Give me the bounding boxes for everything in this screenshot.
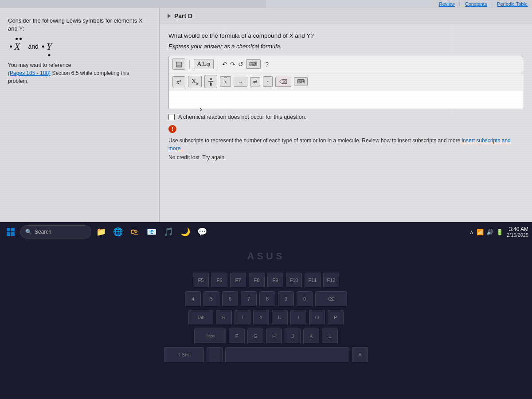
- key-shift[interactable]: ⇧ Shift: [164, 347, 204, 363]
- key-f7[interactable]: F7: [230, 273, 246, 289]
- answer-prompt: Express your answer as a chemical formul…: [168, 43, 523, 50]
- right-panel: Part D What would be the formula of a co…: [160, 8, 532, 242]
- question-text: What would be the formula of a compound …: [168, 31, 523, 40]
- taskbar-files-icon[interactable]: 📁: [94, 225, 108, 239]
- moon-icon: 🌙: [180, 227, 190, 237]
- browser-content: Consider the following Lewis symbols for…: [0, 8, 532, 242]
- wifi-icon[interactable]: 📶: [477, 229, 484, 235]
- no-reaction-checkbox[interactable]: [168, 114, 175, 120]
- math-keyboard-btn[interactable]: ⌨: [294, 77, 308, 86]
- key-tab[interactable]: Tab: [188, 310, 213, 326]
- key-f[interactable]: F: [229, 329, 245, 344]
- windows-logo: [7, 228, 15, 236]
- dot-btn[interactable]: ·: [263, 76, 273, 87]
- key-9[interactable]: 9: [278, 291, 294, 307]
- lewis-y-label: Y: [47, 41, 52, 52]
- math-keyboard-icon: ⌨: [297, 78, 305, 85]
- key-f9[interactable]: F9: [267, 273, 283, 289]
- toolbar-sep1: [189, 60, 190, 69]
- key-5[interactable]: 5: [203, 291, 219, 307]
- clock[interactable]: 3:40 AM 2/16/2025: [507, 226, 528, 238]
- key-i[interactable]: I: [290, 310, 306, 326]
- key-6[interactable]: 6: [222, 291, 238, 307]
- format-icon-btn[interactable]: ▤: [172, 59, 185, 70]
- help-icon[interactable]: ?: [265, 61, 269, 68]
- chevron-up-icon[interactable]: ∧: [469, 229, 474, 235]
- taskbar-right: ∧ 📶 🔊 🔋 3:40 AM 2/16/2025: [469, 226, 528, 238]
- key-a[interactable]: A: [352, 347, 368, 363]
- equilibrium-btn[interactable]: ⇌: [250, 77, 260, 86]
- review-link[interactable]: Review: [439, 1, 455, 7]
- reference-text: You may want to reference (Pages 185 - 1…: [8, 61, 151, 85]
- chevron-icon[interactable]: ›: [200, 105, 202, 114]
- search-label: Search: [35, 229, 51, 235]
- key-k[interactable]: K: [303, 329, 319, 344]
- key-f12[interactable]: F12: [323, 273, 339, 289]
- key-f10[interactable]: F10: [286, 273, 302, 289]
- battery-icon[interactable]: 🔋: [496, 229, 503, 235]
- system-tray: ∧ 📶 🔊 🔋: [469, 229, 503, 235]
- key-y[interactable]: Y: [253, 310, 269, 326]
- key-r[interactable]: R: [216, 310, 232, 326]
- key-capslock[interactable]: Caps: [194, 329, 226, 344]
- sigma-btn[interactable]: AΣφ: [194, 59, 214, 69]
- clock-date: 2/16/2025: [507, 232, 528, 238]
- key-backspace[interactable]: ⌫: [315, 291, 347, 307]
- xbar-btn[interactable]: x: [220, 76, 231, 87]
- redo-icon[interactable]: ↷: [230, 61, 235, 68]
- key-f8[interactable]: F8: [249, 273, 265, 289]
- key-f11[interactable]: F11: [305, 273, 321, 289]
- key-row-bottom: ⇧ Shift · A: [13, 347, 519, 363]
- key-t[interactable]: T: [235, 310, 250, 326]
- refresh-icon[interactable]: ↺: [238, 61, 243, 68]
- key-space[interactable]: [225, 347, 349, 363]
- top-bar: Review | Constants | Periodic Table: [266, 0, 532, 8]
- left-panel-title: Consider the following Lewis symbols for…: [8, 17, 151, 33]
- key-l[interactable]: L: [322, 329, 338, 344]
- key-f6[interactable]: F6: [211, 273, 227, 289]
- warning-area: !: [168, 125, 523, 133]
- superscript-btn[interactable]: xa: [172, 76, 185, 87]
- store-icon: 🛍: [131, 227, 139, 237]
- volume-icon[interactable]: 🔊: [486, 229, 493, 235]
- taskbar-mail-icon[interactable]: 📧: [145, 225, 159, 239]
- key-j[interactable]: J: [285, 329, 301, 344]
- taskbar-moon-icon[interactable]: 🌙: [178, 225, 192, 239]
- no-reaction-label: A chemical reaction does not occur for t…: [178, 114, 306, 120]
- key-7[interactable]: 7: [241, 291, 257, 307]
- key-p[interactable]: P: [328, 310, 344, 326]
- start-button[interactable]: [4, 225, 18, 239]
- keyboard-icon-btn[interactable]: ⌨: [246, 59, 261, 69]
- lewis-x-dot-top1: [16, 38, 18, 40]
- subscript-btn[interactable]: Xb: [188, 76, 202, 87]
- fraction-btn[interactable]: a b: [204, 75, 217, 88]
- keyboard-icon: ⌨: [249, 61, 258, 67]
- delete-btn[interactable]: ⌫: [275, 77, 291, 87]
- key-h[interactable]: H: [266, 329, 282, 344]
- key-4[interactable]: 4: [185, 291, 201, 307]
- pages-link[interactable]: (Pages 185 - 188): [8, 70, 51, 76]
- key-0[interactable]: 0: [297, 291, 313, 307]
- keyboard-area: ASUS F5 F6 F7 F8 F9 F10 F11 F12 4 5 6 7 …: [0, 242, 532, 399]
- undo-icon[interactable]: ↶: [222, 61, 227, 68]
- key-o[interactable]: O: [309, 310, 325, 326]
- key-z-partial[interactable]: ·: [207, 347, 223, 363]
- key-g[interactable]: G: [247, 329, 263, 344]
- key-f5[interactable]: F5: [193, 273, 209, 289]
- periodic-table-link[interactable]: Periodic Table: [497, 1, 528, 7]
- taskbar-chat-icon[interactable]: 💬: [195, 225, 209, 239]
- taskbar-music-icon[interactable]: 🎵: [161, 225, 176, 239]
- taskbar-store-icon[interactable]: 🛍: [128, 225, 142, 239]
- constants-link[interactable]: Constants: [465, 1, 487, 7]
- math-toolbar: xa Xb a b x → ⇌ ·: [168, 72, 523, 91]
- search-bar[interactable]: 🔍 Search: [20, 225, 91, 239]
- key-8[interactable]: 8: [259, 291, 275, 307]
- no-credit-text: No credit lost. Try again.: [168, 154, 523, 160]
- separator2: |: [491, 1, 493, 7]
- triangle-icon[interactable]: [168, 14, 171, 18]
- key-u[interactable]: U: [272, 310, 288, 326]
- answer-input[interactable]: [168, 91, 523, 109]
- taskbar-edge-icon[interactable]: 🌐: [111, 225, 125, 239]
- arrow-btn[interactable]: →: [234, 77, 247, 87]
- question-area: What would be the formula of a compound …: [160, 23, 532, 168]
